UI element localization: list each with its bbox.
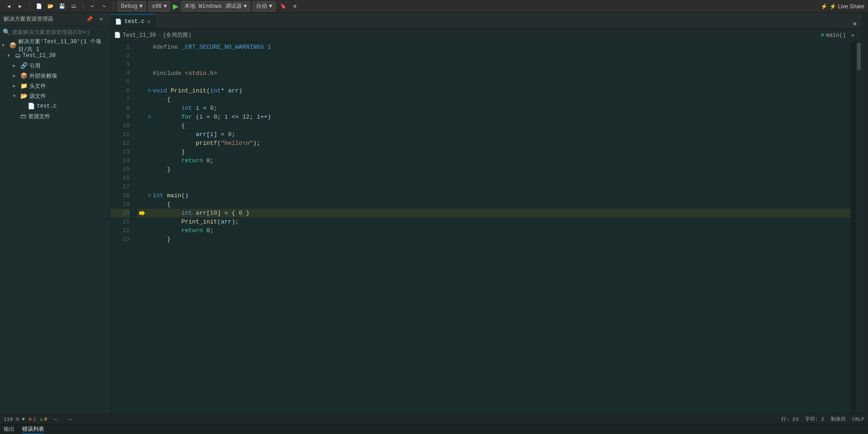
sidebar-item-resources[interactable]: ▶ 🗃 资源文件 xyxy=(0,111,110,121)
error-count: 1 xyxy=(33,417,36,422)
scrollbar-thumb[interactable] xyxy=(857,43,861,70)
code-text-14: return 0; xyxy=(153,156,214,165)
error-badge[interactable]: ⊗ 1 xyxy=(29,416,36,422)
testc-label: test.c xyxy=(37,103,108,109)
tab-error-list[interactable]: 错误列表 xyxy=(22,425,44,434)
solution-icon: 📦 xyxy=(9,42,17,49)
bookmark-button[interactable]: 🔖 xyxy=(278,1,288,11)
tab-output[interactable]: 输出 xyxy=(4,425,15,433)
solution-item[interactable]: ▼ 📦 解决方案'Test_11_30'(1 个项目/共 1 xyxy=(0,40,110,51)
save-button[interactable]: 💾 xyxy=(57,1,67,11)
sidebar-item-testc[interactable]: ▶ 📄 test.c xyxy=(0,101,110,111)
code-line-4: #include <stdio.h> xyxy=(138,69,851,78)
fold-icon-17 xyxy=(146,184,153,190)
nav-icons: ◀ ▶ xyxy=(4,1,25,11)
project-icon: 🗂 xyxy=(15,52,21,59)
live-share-icon: ⚡ xyxy=(821,3,828,10)
project-item[interactable]: ▼ 🗂 Test_11_30 xyxy=(0,51,110,61)
sidebar-item-extdeps[interactable]: ▶ 📦 外部依赖项 xyxy=(0,71,110,81)
forward-button[interactable]: ▶ xyxy=(15,1,25,11)
sidebar-pin-button[interactable]: 📌 xyxy=(85,14,95,24)
bottom-bar-right: 行: 23 字符: 2 制表符 CRLF xyxy=(781,416,864,423)
settings-button[interactable]: ⚙ xyxy=(290,1,300,11)
code-line-22: return 0; xyxy=(138,226,851,235)
fold-icon-9[interactable]: ⊟ xyxy=(146,114,153,120)
nav-fwd-button[interactable]: → xyxy=(65,414,75,424)
code-text-19: { xyxy=(153,200,171,209)
sidebar-item-ref[interactable]: ▶ 🔗 引用 xyxy=(0,61,110,71)
code-line-3 xyxy=(138,60,851,69)
nav-file: Test_11_30 xyxy=(123,32,156,39)
open-file-button[interactable]: 📂 xyxy=(46,1,56,11)
zoom-selector[interactable]: 110 % ▼ xyxy=(4,417,25,422)
resources-icon: 🗃 xyxy=(20,113,26,120)
file-icons: 📄 📂 💾 🗂 xyxy=(34,1,79,11)
live-share-button[interactable]: ⚡ ⚡ Live Share xyxy=(821,3,864,10)
nav-expand-button[interactable]: ⇔ xyxy=(848,30,858,40)
fold-icon-8 xyxy=(146,105,153,112)
code-content[interactable]: #define _CRT_SECURE_NO_WARNINGS 1#includ… xyxy=(133,42,851,414)
ref-arrow: ▶ xyxy=(13,63,18,69)
code-text-21: Print_init(arr); xyxy=(153,217,239,226)
fold-icon-14 xyxy=(146,158,153,164)
minimap xyxy=(851,42,856,414)
right-sidebar xyxy=(862,13,868,414)
sep1 xyxy=(29,3,30,10)
main-area: 解决方案资源管理器 📌 ✕ 🔍 ▼ 📦 解决方案'Test_11_30'(1 个… xyxy=(0,13,868,414)
bottom-bar-left: 110 % ▼ ⊗ 1 ⚠ 0 ← → xyxy=(4,414,75,424)
fold-icon-20 xyxy=(146,210,153,217)
code-text-13: } xyxy=(153,148,185,156)
sidebar-close-button[interactable]: ✕ xyxy=(96,14,106,24)
fold-icon-6[interactable]: ⊟ xyxy=(146,88,153,94)
bottom-bar: 110 % ▼ ⊗ 1 ⚠ 0 ← → 行: 23 字符: 2 制表符 CRLF xyxy=(0,414,868,424)
back-button[interactable]: ◀ xyxy=(4,1,14,11)
debug-target-dropdown[interactable]: 本地 Windows 调试器 ▼ xyxy=(181,1,250,11)
code-text-22: return 0; xyxy=(153,226,214,235)
editor-area: 📄 test.c ✕ ⚙ 📄 Test_11_30 › (全局范围) ⊙ mai… xyxy=(110,13,862,414)
tab-settings-button[interactable]: ⚙ xyxy=(850,18,860,29)
debug-arrow-20 xyxy=(139,211,145,216)
sidebar-item-sources[interactable]: ▼ 📂 源文件 xyxy=(0,91,110,101)
code-text-12: printf("hello\n"); xyxy=(153,139,260,148)
fold-icon-3 xyxy=(146,62,153,68)
code-editor[interactable]: 1234567891011121314151617181920212223 #d… xyxy=(110,42,862,414)
nav-back-button[interactable]: ← xyxy=(51,414,61,424)
code-text-6: void Print_init(int* arr) xyxy=(153,86,242,95)
run-button[interactable]: ▶ xyxy=(173,2,178,11)
code-line-18: ⊟int main() xyxy=(138,191,851,200)
warn-badge[interactable]: ⚠ 0 xyxy=(40,416,47,422)
debug-config-dropdown[interactable]: Debug ▼ xyxy=(118,1,146,11)
undo-button[interactable]: ↩ xyxy=(87,1,97,11)
auto-dropdown[interactable]: 自动 ▼ xyxy=(253,1,275,11)
solution-label: 解决方案'Test_11_30'(1 个项目/共 1 xyxy=(18,39,108,53)
new-file-button[interactable]: 📄 xyxy=(34,1,44,11)
dropdown-arrow: ▼ xyxy=(139,3,143,10)
fold-icon-18[interactable]: ⊟ xyxy=(146,193,153,199)
code-line-2 xyxy=(138,51,851,60)
tab-bar: 📄 test.c ✕ ⚙ xyxy=(110,13,862,29)
search-input[interactable] xyxy=(12,29,107,35)
code-line-6: ⊟void Print_init(int* arr) xyxy=(138,86,851,95)
resources-label: 资源文件 xyxy=(28,113,108,120)
sidebar-header-icons: 📌 ✕ xyxy=(85,14,106,24)
code-line-11: arr[i] = 0; xyxy=(138,130,851,139)
line-numbers: 1234567891011121314151617181920212223 xyxy=(110,42,133,414)
tab-testc[interactable]: 📄 test.c ✕ xyxy=(110,14,155,29)
sep3 xyxy=(113,3,114,10)
platform-label: x86 xyxy=(152,3,162,10)
redo-button[interactable]: ↪ xyxy=(99,1,109,11)
code-text-7: { xyxy=(153,95,171,104)
solution-arrow: ▼ xyxy=(2,43,7,48)
code-line-7: { xyxy=(138,95,851,104)
tab-close-button[interactable]: ✕ xyxy=(147,18,150,25)
fold-icon-19 xyxy=(146,201,153,208)
nav-func-icon: ⊙ xyxy=(821,32,824,39)
platform-dropdown[interactable]: x86 ▼ xyxy=(148,1,170,11)
code-line-16 xyxy=(138,174,851,183)
save-all-button[interactable]: 🗂 xyxy=(69,1,79,11)
sidebar-title: 解决方案资源管理器 xyxy=(4,15,53,23)
sidebar-item-headers[interactable]: ▶ 📁 头文件 xyxy=(0,81,110,91)
code-text-9: for (i = 0; i <= 12; i++) xyxy=(153,113,271,121)
scrollbar-track xyxy=(856,42,862,414)
dropdown-arrow2: ▼ xyxy=(164,3,167,10)
